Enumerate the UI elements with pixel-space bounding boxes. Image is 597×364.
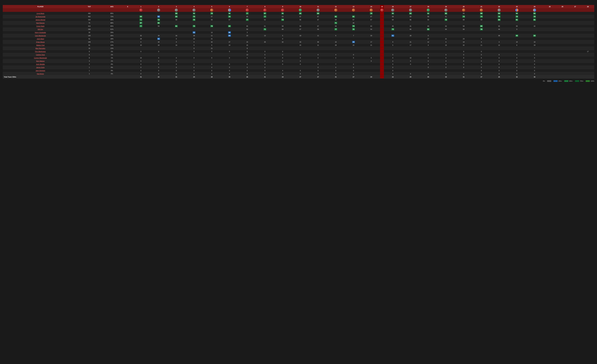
r9-cell: 0	[274, 63, 291, 66]
r14-cell	[362, 72, 380, 75]
r18-cell	[419, 31, 437, 34]
r7-cell	[238, 37, 256, 40]
r9-cell	[274, 66, 291, 69]
r16-circle	[384, 8, 401, 12]
avg-cell: 26%	[101, 34, 123, 37]
r8-cell: 77	[256, 15, 274, 18]
r17-cell: 69	[402, 15, 419, 18]
table-row: Nick Watson31%0000000000900000	[3, 60, 594, 63]
r8-cell: 0	[256, 56, 274, 60]
r2-cell: 82	[150, 21, 167, 24]
r9-cell	[274, 44, 291, 47]
r15-cell	[380, 66, 384, 69]
r0-cell	[123, 37, 132, 40]
player-name-cell[interactable]: James Sicily	[3, 66, 78, 69]
r4-cell: 0	[185, 63, 203, 66]
player-name-cell[interactable]: Nick Watson	[3, 60, 78, 63]
r4-cell: 38	[185, 34, 203, 37]
player-name-cell[interactable]: Lloyd Meek	[3, 12, 78, 15]
r23-cell: 0	[508, 63, 526, 66]
tot-cell: 75	[78, 21, 101, 24]
r11-cell	[309, 21, 327, 24]
r1-cell: 77	[132, 24, 150, 28]
r6-cell: 70	[220, 15, 238, 18]
player-name-cell[interactable]: Cam Mackenzie	[3, 34, 78, 37]
r3-cell: 84	[167, 15, 185, 18]
r6-cell: 50	[220, 34, 238, 37]
r14-circle	[362, 8, 380, 12]
r10-cell	[291, 66, 309, 69]
r21-cell: 0	[472, 66, 490, 69]
r13-cell	[345, 31, 362, 34]
r28-cell	[581, 63, 594, 66]
r20-cell: 0	[455, 63, 472, 66]
r20-cell: 0	[455, 66, 472, 69]
table-body: Lloyd Meek45085%849279907787958589799583…	[3, 12, 594, 78]
player-name-cell[interactable]: Dylan Moore	[3, 40, 78, 44]
r21-circle	[472, 8, 490, 12]
r3-cell: 0	[167, 37, 185, 40]
r3-cell	[167, 53, 185, 56]
r27-cell	[569, 47, 581, 50]
circles-icon-row	[3, 8, 594, 12]
r1-cell: 32	[132, 34, 150, 37]
player-name-cell[interactable]: Connor Macdonald	[3, 56, 78, 60]
r28-cell: 17	[581, 50, 594, 53]
r10-cell: 56	[291, 18, 309, 21]
player-name-cell[interactable]: Conor Nash	[3, 24, 78, 28]
r13-cell: 44	[345, 40, 362, 44]
player-name-cell[interactable]: Finn Maginness	[3, 50, 78, 53]
player-name-cell[interactable]: Mabior Chol	[3, 44, 78, 47]
r26-cell	[556, 34, 569, 37]
tot-header: TOT	[78, 5, 101, 8]
total-r17: 29	[402, 75, 419, 78]
r19-cell: 0	[437, 53, 455, 56]
r11-header: 11	[309, 5, 327, 8]
table-row: Mabior Chol8114%101816001015151129152151…	[3, 44, 594, 47]
r26-cell	[556, 72, 569, 75]
r19-cell: 64	[437, 28, 455, 31]
attendance-table: PLAYER TOT AVG 0 1 2 3 4 5 6 7 8 9 10 11…	[3, 5, 594, 78]
r19-cell	[437, 47, 455, 50]
player-circle-cell	[3, 8, 78, 12]
r11-cell: 0	[309, 53, 327, 56]
r20-circle	[455, 8, 472, 12]
r5-cell	[203, 28, 220, 31]
r3-cell: 0	[167, 72, 185, 75]
r22-circle-icon	[498, 8, 501, 12]
r10-cell: 67	[291, 15, 309, 18]
player-name-cell[interactable]: Max Ramsden	[3, 47, 78, 50]
r23-cell: 0	[508, 53, 526, 56]
table-row: Max Ramsden1013%8218	[3, 47, 594, 50]
player-name-cell[interactable]: Karl Amon	[3, 72, 78, 75]
r25-cell	[543, 72, 556, 75]
r28-cell	[581, 60, 594, 63]
r4-cell: 52	[185, 31, 203, 34]
player-name-cell[interactable]: Henry Hustwaite	[3, 31, 78, 34]
r8-cell	[256, 21, 274, 24]
player-name-cell[interactable]: Jack Ginnivan	[3, 69, 78, 72]
r10-cell	[291, 21, 309, 24]
r16-cell: 0	[384, 72, 401, 75]
r7-cell: 65	[238, 24, 256, 28]
r20-cell: 68	[455, 12, 472, 15]
table-row: Cam Mackenzie14026%321816381150231351911…	[3, 34, 594, 37]
player-name-cell[interactable]: Will Day	[3, 28, 78, 31]
player-name-cell[interactable]: Ned Reeves	[3, 21, 78, 24]
player-name-cell[interactable]: Jai Newcombe	[3, 15, 78, 18]
r13-cell: 7	[345, 34, 362, 37]
r0-cell	[123, 63, 132, 66]
r1-cell: 0	[132, 66, 150, 69]
r20-cell: 0	[455, 53, 472, 56]
r12-cell: 4	[327, 53, 345, 56]
player-name-cell[interactable]: James Worpel	[3, 18, 78, 21]
total-r0	[123, 75, 132, 78]
r21-cell: 0	[472, 53, 490, 56]
player-name-cell[interactable]: Calsher Dear	[3, 53, 78, 56]
r16-cell: 45	[384, 24, 401, 28]
r3-cell: 0	[167, 69, 185, 72]
r28-cell	[581, 66, 594, 69]
player-name-cell[interactable]: Josh Ward	[3, 37, 78, 40]
r4-cell: 0	[185, 72, 203, 75]
player-name-cell[interactable]: Josh Weddle	[3, 63, 78, 66]
